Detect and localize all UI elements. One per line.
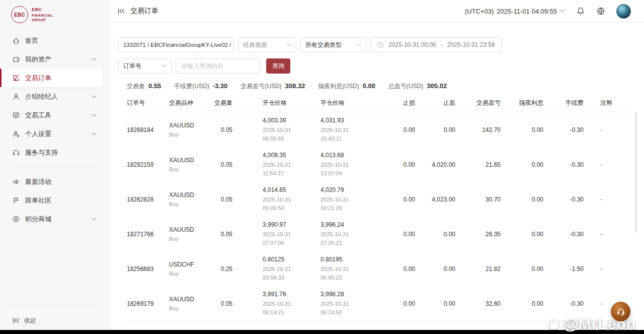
summary-label: 手续费(USD) xyxy=(174,82,209,91)
cell-fee: -0.30 xyxy=(553,161,594,168)
sidebar-item-orders[interactable]: 交易订单 xyxy=(0,69,103,87)
filter-row-1: 1332071 / EBCFinancialGroupKY-Live02 / 经… xyxy=(118,37,632,52)
sidebar-item-label: 服务与支持 xyxy=(25,148,58,157)
chevron-down-icon xyxy=(356,43,361,46)
scrollbar-thumb[interactable] xyxy=(635,112,637,233)
cell-close-price: 3,996.24 2025-10-31 07:26:21 xyxy=(304,220,385,247)
sidebar-item-assets[interactable]: 我的资产 xyxy=(0,50,103,69)
cell-profit-loss: 32.60 xyxy=(465,300,511,307)
brand-logo-icon: EBC xyxy=(11,6,28,23)
timezone-selector[interactable]: (UTC+03) 2025-11-01 04:09:55 xyxy=(465,8,565,15)
cell-order-id: 18268184 xyxy=(127,126,169,133)
account-select[interactable]: 1332071 / EBCFinancialGroupKY-Live02 / xyxy=(118,37,234,52)
date-from-value: 2025-10-31 00:00 xyxy=(388,41,436,48)
cell-order-id: 18292159 xyxy=(127,161,169,168)
cell-take-profit: 0.00 xyxy=(425,231,465,238)
column-header: 手续费 xyxy=(553,99,594,107)
cell-close-price: 4,013.68 2025-10-31 13:07:04 xyxy=(304,151,385,178)
cell-stop-loss: 0.00 xyxy=(385,300,425,307)
cell-volume: 0.05 xyxy=(211,231,247,238)
sidebar-nav-main: 首页 我的资产 交易订单 介绍经纪人 交易工具 个人设置 服务与支持 xyxy=(0,31,110,162)
cell-fee: -1.50 xyxy=(553,265,594,273)
cell-profit-loss: 26.35 xyxy=(465,231,511,238)
table-row[interactable]: 18268184 XAUUSD Buy 0.05 4,003.39 2025-1… xyxy=(127,112,630,147)
view-select[interactable]: 经典视图 xyxy=(238,37,296,52)
sidebar-item-activity[interactable]: 最新活动 xyxy=(0,172,103,191)
chevron-down-icon xyxy=(92,58,97,61)
table-body: 18268184 XAUUSD Buy 0.05 4,003.39 2025-1… xyxy=(127,112,630,321)
column-header: 交易量 xyxy=(211,99,247,107)
table-row[interactable]: 18256683 USDCHF Buy 0.25 0.80125 2025-10… xyxy=(127,251,630,286)
trade-type-select[interactable]: 所有交易类型 xyxy=(300,37,366,52)
cell-stop-loss: 0.00 xyxy=(385,231,425,238)
cell-take-profit: 4,020.00 xyxy=(425,161,465,168)
cell-profit-loss: 21.65 xyxy=(465,161,511,168)
date-separator: - xyxy=(441,41,443,48)
sidebar-item-label: 我的资产 xyxy=(25,55,51,64)
column-header: 开仓价格 xyxy=(247,99,304,107)
sidebar-item-settings[interactable]: 个人设置 xyxy=(0,124,103,143)
headset-icon xyxy=(616,307,626,317)
cell-swap: 0.00 xyxy=(511,231,553,238)
column-header: 交易品种 xyxy=(169,99,211,107)
notifications-button[interactable] xyxy=(576,7,585,16)
summary-label: 交易盈亏(USD) xyxy=(240,82,281,91)
coin-icon xyxy=(12,215,20,223)
sidebar-item-support[interactable]: 服务与支持 xyxy=(0,143,103,162)
page-title: 交易订单 xyxy=(130,7,158,16)
topbar: 交易订单 (UTC+03) 2025-11-01 04:09:55 xyxy=(110,0,644,23)
sidebar-item-label: 交易订单 xyxy=(25,74,51,83)
chevron-down-icon xyxy=(92,95,97,98)
sidebar-collapse-button[interactable]: 收起 xyxy=(0,311,110,330)
sidebar-item-home[interactable]: 首页 xyxy=(0,31,103,50)
sidebar-item-points[interactable]: 积分商城 xyxy=(0,210,103,228)
collapse-sidebar-button[interactable] xyxy=(117,7,125,15)
search-field-select[interactable]: 订单号 xyxy=(118,58,172,74)
bell-icon xyxy=(576,7,585,16)
chevron-down-icon xyxy=(92,114,97,117)
megaphone-icon xyxy=(12,178,20,186)
cell-close-price: 0.80195 2025-10-31 06:55:22 xyxy=(304,255,385,282)
chevron-down-icon xyxy=(162,64,167,68)
sidebar-item-ib[interactable]: 介绍经纪人 xyxy=(0,87,103,106)
summary-value: 0.55 xyxy=(148,82,161,90)
cell-profit-loss: 30.70 xyxy=(465,196,511,203)
trade-type-select-value: 所有交易类型 xyxy=(305,41,342,49)
summary-item: 交易量 0.55 xyxy=(127,82,161,91)
summary-value: 308.32 xyxy=(285,82,305,90)
search-input[interactable] xyxy=(176,58,260,74)
language-button[interactable] xyxy=(596,7,605,16)
table-row[interactable]: 18262828 XAUUSD Buy 0.05 4,014.65 2025-1… xyxy=(127,182,630,217)
chat-support-button[interactable] xyxy=(611,302,630,321)
summary-item: 手续费(USD) -3.30 xyxy=(174,82,227,91)
sidebar-item-label: 交易工具 xyxy=(25,111,51,120)
chevron-down-icon xyxy=(92,132,97,136)
cell-comment: - xyxy=(594,126,630,133)
cell-order-id: 18256683 xyxy=(127,265,169,273)
sidebar-item-label: 最新活动 xyxy=(25,177,51,186)
table-row[interactable]: 18271766 XAUUSD Buy 0.05 3,990.97 2025-1… xyxy=(127,217,630,251)
chevron-down-icon xyxy=(560,10,565,13)
table-row[interactable]: 18292159 XAUUSD Buy 0.05 4,009.35 2025-1… xyxy=(127,147,630,182)
cell-symbol: XAUUSD Buy xyxy=(169,122,211,137)
chevron-down-icon xyxy=(286,43,291,46)
cell-symbol: XAUUSD Buy xyxy=(169,157,211,172)
cell-open-price: 3,991.76 2025-10-31 06:14:21 xyxy=(247,290,304,317)
date-range-picker[interactable]: 2025-10-31 00:00 - 2025-10-31 23:59 xyxy=(370,37,502,52)
table-row[interactable]: 18269179 XAUUSD Buy 0.05 3,991.76 2025-1… xyxy=(127,286,630,321)
summary-item: 交易盈亏(USD) 308.32 xyxy=(240,82,305,91)
sidebar-item-label: 个人设置 xyxy=(25,129,51,139)
sidebar-divider xyxy=(8,167,102,167)
user-avatar[interactable] xyxy=(616,4,631,19)
summary-label: 交易量 xyxy=(127,82,145,91)
cell-symbol: XAUUSD Buy xyxy=(169,226,211,241)
cell-volume: 0.05 xyxy=(211,196,247,203)
cell-take-profit: 4,023.00 xyxy=(425,196,465,203)
query-button[interactable]: 查询 xyxy=(266,58,290,74)
cell-open-price: 0.80125 2025-10-31 03:58:33 xyxy=(247,255,304,282)
topbar-left: 交易订单 xyxy=(117,7,158,16)
sidebar-item-community[interactable]: 跟单社区 xyxy=(0,191,103,210)
search-field-value: 订单号 xyxy=(123,62,141,71)
cell-stop-loss: 0.00 xyxy=(385,161,425,168)
sidebar-item-tools[interactable]: 交易工具 xyxy=(0,106,103,124)
